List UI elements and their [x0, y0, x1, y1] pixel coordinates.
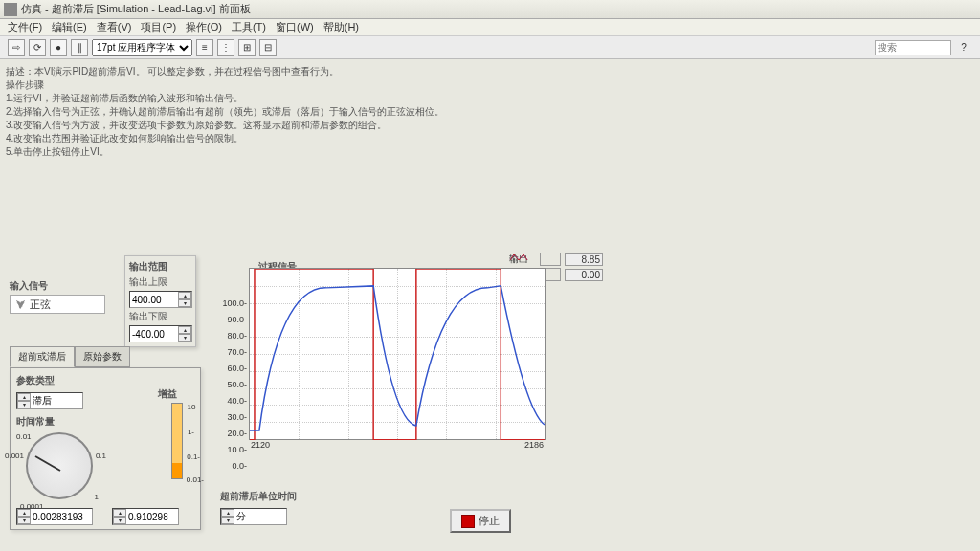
chart-y-axis: 100.0-90.0-80.0-70.0-60.0-50.0-40.0-30.0…: [220, 298, 247, 471]
desc-steps-label: 操作步骤: [6, 78, 974, 92]
dial-tick: 0.1: [96, 452, 106, 460]
menu-view[interactable]: 查看(V): [93, 20, 136, 34]
abort-button[interactable]: ●: [50, 39, 67, 56]
desc-title: 描述：本VI演示PID超前滞后VI。 可以整定参数，并在过程信号图中查看行为。: [6, 65, 974, 78]
desc-s5: 5.单击停止按钮停止VI。: [6, 145, 974, 159]
param-type-label: 参数类型: [16, 374, 194, 387]
params-tab-control: 超前或滞后 原始参数 参数类型 ▴▾ 时间常量 0.01 0.1 1 0.001…: [10, 346, 201, 538]
input-signal-value: 正弦: [30, 298, 51, 312]
param-type-select[interactable]: ▴▾: [16, 392, 83, 409]
gain-label: 增益: [158, 387, 196, 401]
unit-label: 超前滞后单位时间: [220, 490, 297, 503]
spinner-icon[interactable]: ▴▾: [17, 393, 31, 408]
window-title: 仿真 - 超前滞后 [Simulation - Lead-Lag.vi] 前面板: [21, 2, 251, 16]
dial-tick: 0.01: [16, 432, 32, 441]
font-select[interactable]: 17pt 应用程序字体: [92, 39, 192, 56]
run-button[interactable]: ⇨: [8, 39, 25, 56]
desc-s2: 2.选择输入信号为正弦，并确认超前滞后输出有超前（领先）或滞后（落后）于输入信号…: [6, 105, 974, 119]
outrange-hi-field[interactable]: ▴▾: [129, 291, 192, 308]
outrange-lo-label: 输出下限: [129, 310, 191, 323]
tc-value-field[interactable]: ▴▾: [16, 508, 93, 525]
outrange-hi-value[interactable]: [130, 295, 178, 305]
chart-plot-area[interactable]: [249, 268, 546, 440]
menu-operate[interactable]: 操作(O): [182, 20, 226, 34]
output-range-panel: 输出范围 输出上限 ▴▾ 输出下限 ▴▾: [124, 255, 196, 347]
help-icon[interactable]: ?: [955, 39, 972, 56]
outrange-title: 输出范围: [129, 260, 191, 274]
pause-button[interactable]: ∥: [71, 39, 88, 56]
legend-in-value: 0.00: [565, 269, 603, 281]
unit-value[interactable]: [234, 512, 284, 522]
stop-label: 停止: [479, 514, 500, 528]
front-panel: 描述：本VI演示PID超前滞后VI。 可以整定参数，并在过程信号图中查看行为。 …: [0, 59, 980, 551]
title-bar: 仿真 - 超前滞后 [Simulation - Lead-Lag.vi] 前面板: [0, 0, 980, 19]
distribute-button[interactable]: ⋮: [217, 39, 234, 56]
gain-slider[interactable]: [171, 403, 183, 479]
unit-select[interactable]: ▴▾: [220, 508, 287, 525]
input-signal-panel: 输入信号 ⮟ 正弦: [10, 279, 105, 314]
menu-help[interactable]: 帮助(H): [320, 20, 363, 34]
menu-tools[interactable]: 工具(T): [228, 20, 270, 34]
gain-value-field[interactable]: ▴▾: [112, 508, 179, 525]
run-cont-button[interactable]: ⟳: [29, 39, 46, 56]
menu-edit[interactable]: 编辑(E): [48, 20, 91, 34]
align-button[interactable]: ≡: [196, 39, 213, 56]
legend-out-value: 8.85: [565, 253, 603, 266]
outrange-hi-label: 输出上限: [129, 276, 191, 289]
input-signal-select[interactable]: ⮟ 正弦: [10, 295, 105, 314]
desc-s3: 3.改变输入信号为方波，并改变选项卡参数为原始参数。这将显示超前和滞后参数的组合…: [6, 119, 974, 132]
app-icon: [4, 3, 17, 16]
menu-project[interactable]: 项目(P): [137, 20, 180, 34]
stop-icon: [461, 515, 475, 528]
search-input[interactable]: [875, 40, 951, 55]
toolbar: ⇨ ⟳ ● ∥ 17pt 应用程序字体 ≡ ⋮ ⊞ ⊟ ?: [0, 36, 980, 59]
desc-s4: 4.改变输出范围并验证此改变如何影响输出信号的限制。: [6, 132, 974, 145]
resize-button[interactable]: ⊞: [238, 39, 256, 56]
spinner-icon[interactable]: ▴▾: [178, 292, 191, 307]
input-signal-label: 输入信号: [10, 279, 105, 293]
gain-tick: 0.1-: [187, 452, 200, 461]
tab-raw-params[interactable]: 原始参数: [75, 346, 130, 367]
outrange-lo-field[interactable]: ▴▾: [129, 325, 192, 342]
gain-tick: 1-: [188, 428, 194, 436]
chevron-icon: ⮟: [11, 298, 30, 310]
tab-lead-lag[interactable]: 超前或滞后: [10, 346, 75, 367]
chart-x-axis: 21202186: [249, 440, 546, 450]
process-signal-chart: 过程信号 输出 8.85 输入 0.00 100.0-90.0-80.0-70.…: [220, 260, 546, 450]
gain-tick: 0.01-: [187, 475, 204, 484]
legend-out-swatch[interactable]: [540, 253, 561, 266]
gain-tick: 10-: [187, 403, 198, 411]
menu-bar: 文件(F) 编辑(E) 查看(V) 项目(P) 操作(O) 工具(T) 窗口(W…: [0, 19, 980, 36]
gain-slider-panel: 增益 10- 1- 0.1- 0.01-: [158, 387, 196, 479]
reorder-button[interactable]: ⊟: [259, 39, 277, 56]
desc-s1: 1.运行VI，并验证超前滞后函数的输入波形和输出信号。: [6, 92, 974, 105]
stop-button[interactable]: 停止: [450, 509, 511, 533]
outrange-lo-value[interactable]: [130, 329, 178, 340]
dial-tick: 1: [95, 493, 99, 501]
spinner-icon[interactable]: ▴▾: [221, 509, 234, 524]
menu-file[interactable]: 文件(F): [4, 20, 46, 34]
chart-svg: [250, 269, 545, 440]
description-block: 描述：本VI演示PID超前滞后VI。 可以整定参数，并在过程信号图中查看行为。 …: [6, 65, 974, 159]
time-constant-dial[interactable]: [26, 432, 93, 499]
menu-window[interactable]: 窗口(W): [272, 20, 318, 34]
param-type-value[interactable]: [31, 396, 78, 407]
dial-tick: 0.001: [5, 452, 24, 460]
unit-time-panel: 超前滞后单位时间 ▴▾: [220, 490, 297, 525]
spinner-icon[interactable]: ▴▾: [178, 326, 191, 342]
